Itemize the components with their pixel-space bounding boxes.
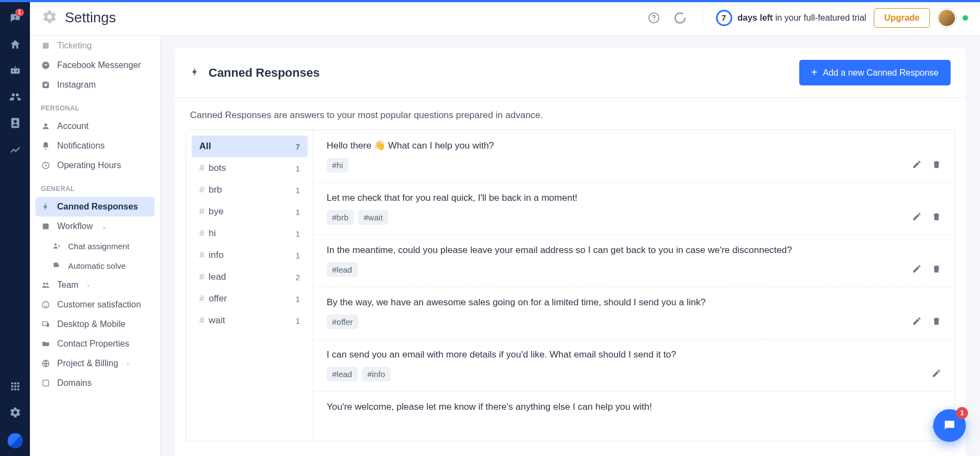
domain-icon xyxy=(41,378,51,388)
svg-point-13 xyxy=(44,304,45,304)
add-canned-button[interactable]: + Add a new Canned Response xyxy=(799,60,951,85)
sidebar-item-facebook[interactable]: Facebook Messenger xyxy=(35,56,155,75)
tag-label: offer xyxy=(209,293,227,304)
team-icon xyxy=(41,280,51,290)
tag-chip[interactable]: #lead xyxy=(327,262,358,277)
chat-fab[interactable]: 1 xyxy=(933,409,966,442)
response-footer: #brb#wait xyxy=(327,210,941,225)
header-divider xyxy=(702,10,703,26)
rail-analytics-icon[interactable] xyxy=(4,136,26,162)
panel-description: Canned Responses are answers to your mos… xyxy=(175,98,966,130)
sidebar-item-contactprops[interactable]: Contact Properties xyxy=(35,334,155,354)
rail-contacts-icon[interactable] xyxy=(4,110,26,136)
tag-chip[interactable]: #info xyxy=(362,367,391,381)
tag-count: 1 xyxy=(296,316,300,325)
hash-icon: # xyxy=(199,184,207,195)
delete-icon[interactable] xyxy=(932,264,941,276)
tag-filter-row[interactable]: # lead2 xyxy=(192,266,308,288)
tag-filter-row[interactable]: # bots1 xyxy=(192,157,308,179)
tag-filter-row[interactable]: # bye1 xyxy=(192,201,308,223)
rail-visitors-icon[interactable] xyxy=(4,84,26,110)
hash-icon: # xyxy=(199,315,207,325)
sidebar-label: Notifications xyxy=(57,141,105,151)
tag-filter-row[interactable]: # wait1 xyxy=(192,310,308,331)
tag-filter-row[interactable]: All7 xyxy=(192,135,308,157)
svg-point-9 xyxy=(54,243,57,245)
sidebar-item-billing[interactable]: Project & Billing › xyxy=(35,354,155,373)
sidebar-item-csat[interactable]: Customer satisfaction xyxy=(35,295,155,315)
svg-rect-8 xyxy=(43,224,49,230)
sidebar-label: Automatic solve xyxy=(68,261,126,270)
sidebar-item-desktop[interactable]: Desktop & Mobile xyxy=(35,315,155,334)
edit-icon[interactable] xyxy=(912,212,922,224)
sidebar-item-hours[interactable]: Operating Hours xyxy=(35,156,155,175)
tag-filter-row[interactable]: # brb1 xyxy=(192,179,308,201)
svg-rect-15 xyxy=(42,322,47,325)
response-footer: #offer xyxy=(327,315,941,329)
rail-home-icon[interactable] xyxy=(4,32,26,58)
sidebar-item-workflow[interactable]: Workflow ⌄ xyxy=(35,217,155,236)
add-button-label: Add a new Canned Response xyxy=(823,68,939,78)
edit-icon[interactable] xyxy=(912,159,922,171)
sidebar-item-team[interactable]: Team › xyxy=(35,275,155,295)
tag-filter-row[interactable]: # hi1 xyxy=(192,223,308,244)
tag-chip[interactable]: #hi xyxy=(327,158,348,172)
sidebar-item-notifications[interactable]: Notifications xyxy=(35,136,155,156)
svg-rect-18 xyxy=(43,380,49,386)
sidebar-label: Domains xyxy=(57,378,91,388)
upgrade-button[interactable]: Upgrade xyxy=(874,8,930,28)
tag-count: 2 xyxy=(296,273,300,282)
sidebar-item-ticketing[interactable]: Ticketing xyxy=(35,36,155,56)
response-actions xyxy=(912,316,941,328)
chevron-down-icon: ⌄ xyxy=(102,223,107,230)
top-accent-bar xyxy=(0,0,980,2)
sidebar-item-instagram[interactable]: Instagram xyxy=(35,75,155,95)
hash-icon: # xyxy=(199,206,207,217)
rail-apps-icon[interactable] xyxy=(4,373,26,399)
sidebar-item-domains[interactable]: Domains xyxy=(35,373,155,393)
bolt-icon xyxy=(190,67,200,79)
delete-icon[interactable] xyxy=(932,316,941,328)
tag-chip[interactable]: #wait xyxy=(358,210,388,225)
content-area: Canned Responses + Add a new Canned Resp… xyxy=(161,36,980,456)
help-icon[interactable] xyxy=(645,9,663,27)
progress-ring-icon[interactable] xyxy=(671,9,689,27)
edit-icon[interactable] xyxy=(912,316,922,328)
rail-settings-icon[interactable] xyxy=(4,399,26,426)
delete-icon[interactable] xyxy=(932,212,941,224)
sidebar-label: Facebook Messenger xyxy=(57,60,141,70)
svg-rect-16 xyxy=(47,323,49,327)
presence-dot xyxy=(963,15,968,21)
tag-filter-row[interactable]: # info1 xyxy=(192,244,308,266)
devices-icon xyxy=(41,319,51,329)
response-text: You're welcome, please let me know if th… xyxy=(327,402,941,412)
tag-chip[interactable]: #brb xyxy=(327,210,354,225)
response-text: By the way, we have an awesome sales goi… xyxy=(327,297,941,308)
tag-filter-row[interactable]: # offer1 xyxy=(192,288,308,310)
tags-column: All7# bots1# brb1# bye1# hi1# info1# lea… xyxy=(186,130,314,441)
clock-icon xyxy=(41,161,51,170)
sidebar-item-auto-solve[interactable]: Automatic solve xyxy=(35,256,155,275)
sidebar-label: Desktop & Mobile xyxy=(57,319,125,329)
rail-logo-icon[interactable] xyxy=(8,433,23,448)
tag-chip[interactable]: #offer xyxy=(327,315,358,329)
canned-panel: Canned Responses + Add a new Canned Resp… xyxy=(175,48,966,456)
sidebar-item-chat-assign[interactable]: Chat assignment xyxy=(35,236,155,256)
edit-icon[interactable] xyxy=(912,264,922,276)
tag-count: 1 xyxy=(296,229,300,238)
folder-icon xyxy=(41,339,51,349)
tag-chip[interactable]: #lead xyxy=(327,367,358,381)
sidebar-label: Instagram xyxy=(57,80,96,90)
response-actions xyxy=(912,212,941,224)
sidebar-item-account[interactable]: Account xyxy=(35,116,155,136)
hash-icon: # xyxy=(199,250,207,260)
ticket-icon xyxy=(41,41,51,51)
rail-inbox-icon[interactable]: 1 xyxy=(4,5,26,32)
gear-icon xyxy=(42,9,57,27)
rail-bot-icon[interactable] xyxy=(4,58,26,84)
edit-icon[interactable] xyxy=(932,368,941,380)
avatar[interactable] xyxy=(938,9,956,27)
sidebar-item-canned[interactable]: Canned Responses xyxy=(35,197,155,217)
delete-icon[interactable] xyxy=(932,159,941,171)
trial-days-count: 7 xyxy=(716,10,732,26)
